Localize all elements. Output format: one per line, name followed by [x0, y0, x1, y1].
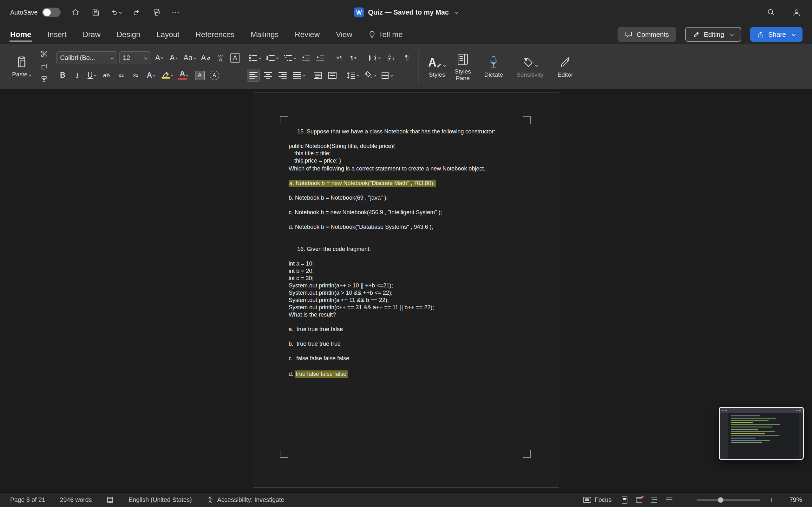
sort-button[interactable]: AZ↓ [384, 51, 399, 64]
share-button[interactable]: Share [750, 27, 803, 42]
editing-mode-button[interactable]: Editing [685, 27, 741, 42]
cut-button[interactable] [39, 49, 50, 58]
dictate-button[interactable]: Dictate [480, 54, 507, 79]
line-spacing-button[interactable] [345, 69, 361, 82]
increase-indent-button[interactable] [314, 51, 327, 64]
draft-view-button[interactable] [665, 496, 673, 504]
text-effects-button[interactable]: A [144, 69, 159, 82]
spellcheck-status-icon[interactable] [106, 496, 114, 504]
document-canvas: 15. Suppose that we have a class Noteboo… [0, 90, 812, 493]
borders-button[interactable] [379, 69, 394, 82]
font-color-button[interactable]: A [177, 69, 192, 82]
editor-button[interactable]: Editor [553, 54, 578, 79]
outline-view-button[interactable] [650, 496, 658, 504]
grow-font-button[interactable]: A˄ [153, 51, 165, 64]
decrease-indent-button[interactable] [299, 51, 312, 64]
highlight-color-button[interactable] [160, 69, 175, 82]
print-icon[interactable] [151, 7, 162, 18]
bullet-list-button[interactable] [247, 51, 263, 64]
multilevel-list-button[interactable] [282, 51, 298, 64]
styles-pane-button[interactable]: StylesPane [450, 51, 475, 83]
superscript-button[interactable]: x2 [130, 69, 142, 82]
accessibility-icon [206, 496, 214, 504]
character-border-button[interactable]: A [229, 51, 241, 64]
bold-button[interactable]: B [56, 69, 69, 82]
zoom-in-button[interactable]: + [769, 497, 774, 503]
show-paragraph-marks-button[interactable]: ¶ [401, 51, 413, 64]
search-icon[interactable] [766, 7, 776, 18]
code-line: System.out.println(a++ > 10 || ++b <=21)… [289, 282, 539, 289]
copy-button[interactable] [39, 62, 50, 71]
tab-layout[interactable]: Layout [156, 27, 180, 42]
account-icon[interactable] [791, 7, 802, 18]
document-page[interactable]: 15. Suppose that we have a class Noteboo… [253, 92, 559, 488]
subscript-button[interactable]: x2 [115, 69, 128, 82]
print-layout-view-button[interactable] [621, 496, 628, 504]
word-count[interactable]: 2946 words [60, 496, 92, 504]
undo-dropdown-icon[interactable] [119, 11, 121, 14]
format-painter-button[interactable] [39, 75, 50, 83]
document-title-menu[interactable]: W Quiz — Saved to my Mac [354, 8, 458, 17]
distribute-columns-button[interactable] [326, 69, 339, 82]
autosave-control[interactable]: AutoSave [10, 8, 61, 17]
strikethrough-button[interactable]: ab [100, 69, 113, 82]
save-icon[interactable] [90, 7, 101, 18]
align-center-button[interactable] [262, 69, 274, 82]
redo-button[interactable] [131, 7, 142, 18]
option-d: d. true false false false [289, 371, 539, 378]
sensitivity-button[interactable]: Sensitivity [512, 54, 548, 79]
page-indicator[interactable]: Page 5 of 21 [10, 496, 45, 504]
left-to-right-button[interactable]: >¶ [333, 51, 346, 64]
tab-view[interactable]: View [335, 27, 353, 42]
tab-mailings[interactable]: Mailings [250, 27, 279, 42]
more-commands-icon[interactable]: ⋯ [171, 8, 181, 17]
change-case-button[interactable]: Aa [182, 51, 198, 64]
tab-review[interactable]: Review [294, 27, 320, 42]
zoom-out-button[interactable]: − [682, 497, 687, 503]
tab-design[interactable]: Design [116, 27, 141, 42]
numbered-list-button[interactable] [264, 51, 280, 64]
shrink-font-button[interactable]: A˅ [167, 51, 180, 64]
italic-button[interactable]: I [71, 69, 84, 82]
autosave-toggle[interactable] [42, 8, 61, 17]
font-size-select[interactable]: 12 [119, 51, 151, 64]
font-name-select[interactable]: Calibri (Bo... [56, 51, 117, 64]
underline-button[interactable]: U [86, 69, 98, 82]
justify-button[interactable] [291, 69, 306, 82]
code-line: int a = 10; [289, 260, 539, 268]
right-to-left-button[interactable]: ¶< [348, 51, 360, 64]
tab-tell-me[interactable]: Tell me [368, 27, 403, 42]
question-15-prompt: Which of the following is a correct stat… [289, 165, 539, 172]
zoom-slider[interactable] [697, 499, 760, 501]
tab-home[interactable]: Home [9, 27, 32, 42]
tab-references[interactable]: References [195, 27, 235, 42]
option-a: a. Notebook b = new Notebook("Discrete M… [289, 180, 539, 187]
code-line: System.out.println(a > 10 && ++b <= 22); [289, 289, 539, 297]
shading-button[interactable] [362, 69, 377, 82]
undo-button[interactable] [111, 7, 121, 18]
tab-insert[interactable]: Insert [47, 27, 67, 42]
paste-button[interactable]: Paste [8, 54, 36, 79]
zoom-percentage[interactable]: 79% [783, 496, 802, 504]
home-icon[interactable] [70, 7, 81, 18]
screenshot-preview-thumbnail[interactable] [719, 407, 804, 460]
character-shading-button[interactable]: A [194, 69, 206, 82]
fit-text-button[interactable] [367, 51, 382, 64]
enclose-characters-button[interactable]: A [208, 69, 221, 82]
language-indicator[interactable]: English (United States) [129, 496, 192, 504]
distribute-text-button[interactable] [311, 69, 324, 82]
styles-button[interactable]: A Styles [424, 54, 450, 79]
option-c: c. Notebook b = new Notebook(456.9 , "In… [289, 209, 539, 216]
accessibility-status[interactable]: Accessibility: Investigate [206, 496, 284, 504]
align-right-button[interactable] [276, 69, 289, 82]
comments-button[interactable]: Comments [618, 27, 676, 42]
web-layout-view-button[interactable] [636, 496, 643, 504]
align-left-button[interactable] [247, 69, 260, 82]
clear-formatting-button[interactable]: A [200, 51, 212, 64]
tab-draw[interactable]: Draw [82, 27, 101, 42]
phonetic-guide-button[interactable]: abcA [214, 51, 227, 64]
focus-mode-button[interactable]: Focus [583, 496, 612, 504]
focus-icon [583, 497, 591, 503]
zoom-slider-knob[interactable] [718, 497, 723, 503]
question-16-prompt: What is the result? [289, 311, 539, 319]
